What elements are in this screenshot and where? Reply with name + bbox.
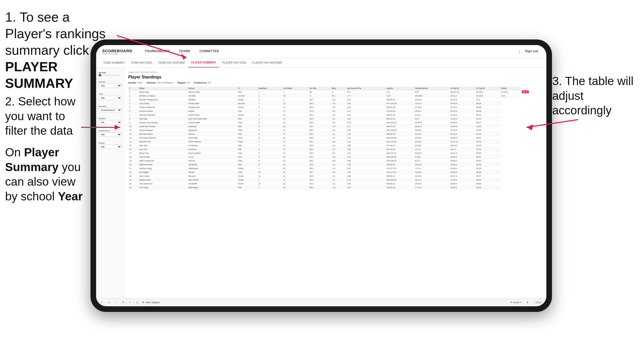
table-row: 8Mats EgeEast Tennessee StateFifth12468.… <box>128 117 542 121</box>
table-row: 23Jack LundinMissouriFourth112468.6-2.31… <box>128 174 542 178</box>
instruction-step3: 3. The table willadjust accordingly <box>552 74 639 118</box>
table-cell: 32-38-4 <box>449 182 475 186</box>
filter-division-value: NCAA Division I <box>157 81 174 84</box>
table-cell: Phichakon Maichan <box>138 136 187 140</box>
table-cell: 9 <box>257 147 282 151</box>
sidebar: No Rds. Gender Men Year (All) <box>96 67 124 298</box>
table-cell: 429-198-22 <box>385 159 414 163</box>
no-rds-slider[interactable] <box>99 75 120 76</box>
table-cell: Fourth <box>237 105 257 109</box>
division-select[interactable]: NCAA Division I <box>99 108 122 112</box>
table-cell: 69.4 <box>308 178 331 182</box>
table-cell: 4 <box>257 167 282 170</box>
table-row: 21Taehoon SongWashingtonFourth42369.2-1.… <box>128 167 542 170</box>
player-select[interactable]: (All) <box>99 145 122 149</box>
table-cell: 1 <box>257 178 282 182</box>
toolbar-undo[interactable]: ↩ <box>99 300 104 305</box>
table-cell: Arkansas <box>187 124 237 128</box>
table-cell: Luke Claton <box>138 102 187 105</box>
table-cell: -2.0 <box>331 109 346 113</box>
table-cell: 25-22-1 <box>414 128 449 132</box>
col-overall: Overall Record <box>414 87 449 90</box>
table-cell: 20-29-1 <box>414 136 449 140</box>
table-cell: Missouri <box>187 174 237 178</box>
player-label: Player <box>99 142 121 144</box>
table-cell: 4 <box>257 128 282 132</box>
table-cell: 2 <box>128 94 138 98</box>
subnav-player-h2h-grid[interactable]: PLAYER H2H GRID <box>220 58 249 67</box>
toolbar-copy[interactable]: ⧉ <box>121 300 125 305</box>
table-cell: -2.0 <box>331 98 346 102</box>
table-cell: 1.61 <box>346 163 385 167</box>
nav-teams[interactable]: TEAMS <box>174 45 195 58</box>
table-cell: 61-20-3 <box>449 105 475 109</box>
table-row: 15Jake HallTennesseeFifth71868.5-1.51.66… <box>128 144 542 147</box>
region-select[interactable]: N/A <box>99 120 122 124</box>
toolbar-watch[interactable]: 👁 Watch ▾ <box>509 300 523 305</box>
table-cell: 86.20 <box>521 90 542 94</box>
division-control: Division NCAA Division I <box>99 105 121 112</box>
conference-select[interactable]: (All) <box>99 132 122 137</box>
nav-committee[interactable]: COMMITTEE <box>195 45 224 58</box>
table-cell: 28-12-7 <box>414 109 449 113</box>
table-cell: Tiger Christensen <box>138 159 187 163</box>
table-cell: 18-7-3 <box>449 147 475 151</box>
table-cell: 467-29-23 <box>385 147 414 151</box>
table-cell: -2.5 <box>331 105 346 109</box>
table-cell: 1.47 <box>346 98 385 102</box>
table-cell: 40.75 <box>475 140 500 144</box>
table-row: 18Luke PowellUCLAFirst42469.1-1.81.13500… <box>128 155 542 159</box>
table-cell: Kentucky <box>187 147 237 151</box>
subnav-player-summary[interactable]: PLAYER SUMMARY <box>189 58 219 67</box>
toolbar-cut[interactable]: ✂ <box>127 300 133 305</box>
table-cell: 1.71 <box>346 124 385 128</box>
table-cell: 500-155-30 <box>385 155 414 159</box>
table-cell: 19-11-1 <box>449 94 475 98</box>
table-cell: 28-15-0 <box>475 90 500 94</box>
subnav-team-h2h-heatmap[interactable]: TEAM H2H HEATMAP <box>156 58 188 67</box>
table-row: 1Wenyi DingArizona StateFirst1115167.1-3… <box>128 90 542 94</box>
subnav-player-h2h-heatmap[interactable]: PLAYER H2H HEATMAP <box>250 58 285 67</box>
instruction-step2: 2. Select howyou want tofilter the data <box>5 94 84 138</box>
table-cell: -1.1 <box>331 132 346 136</box>
table-cell: 1.98 <box>346 102 385 105</box>
subnav-team-h2h-grid[interactable]: TEAM H2H GRID <box>128 58 154 67</box>
table-cell: -0.5 <box>331 140 346 144</box>
table-cell: 68.7 <box>308 170 331 174</box>
toolbar-clock[interactable]: ⏱ <box>135 300 140 305</box>
table-cell: 68.4 <box>308 132 331 136</box>
table-cell: 63-54-6 <box>449 102 475 105</box>
slider-handle[interactable] <box>99 74 101 76</box>
table-cell: 68.8 <box>308 163 331 167</box>
table-cell: 46.77 <box>475 121 500 124</box>
toolbar-share[interactable]: ⤴ Share <box>532 300 543 305</box>
table-cell: 7 <box>257 186 282 189</box>
table-cell: 40.81 <box>475 136 500 140</box>
table-cell: 412-221-24 <box>385 121 414 124</box>
subnav-team-summary[interactable]: TEAM SUMMARY <box>101 58 127 67</box>
table-cell: 68.04 <box>475 102 500 105</box>
table-cell: 1.41 <box>346 140 385 144</box>
gender-select[interactable]: Men <box>99 84 122 88</box>
table-cell: 25 <box>282 186 308 189</box>
table-cell: Preston Summerhays <box>138 121 187 124</box>
table-cell: 38.18 <box>475 167 500 170</box>
table-cell: 19 <box>128 159 138 163</box>
toolbar-redo[interactable]: ↪ <box>106 300 111 305</box>
table-cell: Brendan Valdes <box>138 132 187 136</box>
table-cell: Second <box>237 102 257 105</box>
sign-out-button[interactable]: Sign out <box>523 45 540 58</box>
table-cell: 1.92 <box>346 147 385 151</box>
table-cell: 24-10-4 <box>449 113 475 117</box>
table-cell: Washington <box>187 186 237 189</box>
toolbar-back[interactable]: ← <box>113 300 119 305</box>
table-cell: 1 <box>257 90 282 94</box>
toolbar-export[interactable]: ⬆ <box>525 300 530 305</box>
nav-tournaments[interactable]: TOURNAMENTS <box>140 45 174 58</box>
table-cell: 480-72-25 <box>385 124 414 128</box>
table-cell: New Mexico <box>187 178 237 182</box>
year-select[interactable]: (All) <box>99 96 122 100</box>
table-cell: -1.8 <box>331 186 346 189</box>
table-row: 24Bastian AmatNew MexicoFourth12769.4-1.… <box>128 178 542 182</box>
table-cell: Cole Sherwood <box>138 182 187 186</box>
